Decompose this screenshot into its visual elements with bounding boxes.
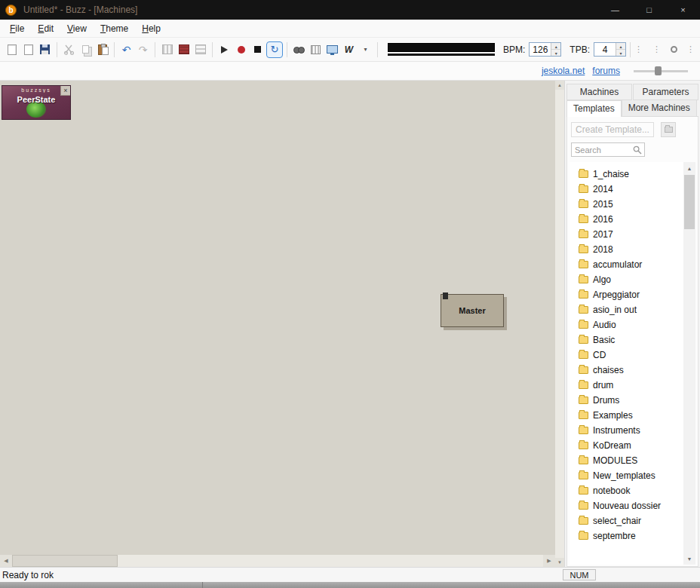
list-scroll-thumb[interactable] bbox=[684, 175, 695, 229]
tpb-up-button[interactable]: ▴ bbox=[616, 43, 625, 50]
close-button[interactable]: × bbox=[666, 0, 700, 20]
wavetable-button[interactable]: W bbox=[341, 41, 357, 58]
jeskola-net-link[interactable]: jeskola.net bbox=[542, 66, 585, 76]
maximize-button[interactable]: □ bbox=[632, 0, 666, 20]
folder-list-item[interactable]: select_chair bbox=[570, 513, 683, 528]
folder-list-item[interactable]: 2016 bbox=[570, 212, 683, 227]
folder-list-item[interactable]: Instruments bbox=[570, 423, 683, 438]
scroll-up-button[interactable]: ▲ bbox=[555, 81, 564, 90]
slider-thumb[interactable] bbox=[655, 66, 662, 75]
folder-list-item[interactable]: KoDream bbox=[570, 438, 683, 453]
folder-list-item[interactable]: accumulator bbox=[570, 257, 683, 272]
zoom-slider[interactable] bbox=[634, 66, 688, 76]
forums-link[interactable]: forums bbox=[592, 66, 620, 76]
folder-list-item[interactable]: 1_chaise bbox=[570, 167, 683, 182]
loop-range-bar[interactable] bbox=[388, 54, 495, 56]
tab-machines[interactable]: Machines bbox=[566, 84, 632, 100]
bpm-down-button[interactable]: ▾ bbox=[551, 50, 560, 56]
folder-list-item[interactable]: MODULES bbox=[570, 453, 683, 468]
menu-item[interactable]: View bbox=[60, 20, 94, 37]
folder-list-item[interactable]: Arpeggiator bbox=[570, 287, 683, 302]
menu-item[interactable]: Edit bbox=[31, 20, 60, 37]
folder-list-item[interactable]: CD bbox=[570, 348, 683, 363]
tab-more-machines[interactable]: More Machines bbox=[622, 100, 697, 117]
hscroll-thumb[interactable] bbox=[12, 555, 118, 567]
folder-list-item[interactable]: notebook bbox=[570, 483, 683, 498]
folder-list-item[interactable]: 2018 bbox=[570, 242, 683, 257]
folder-list-item[interactable]: drum bbox=[570, 378, 683, 393]
canvas-horizontal-scrollbar[interactable]: ◀ ▶ bbox=[0, 555, 555, 567]
bpm-spin-buttons: ▴ ▾ bbox=[551, 43, 560, 56]
folder-icon bbox=[579, 261, 588, 268]
folder-list-item[interactable]: 2014 bbox=[570, 182, 683, 197]
menu-item[interactable]: File bbox=[3, 20, 31, 37]
list-scroll-down-button[interactable]: ▼ bbox=[683, 553, 695, 565]
machine-canvas[interactable]: buzzsys PeerState × Master ◀ ▶ bbox=[0, 81, 555, 567]
peerstate-machine[interactable]: buzzsys PeerState × bbox=[2, 85, 71, 120]
song-position-bar[interactable] bbox=[388, 43, 495, 56]
folder-list-item[interactable]: Audio bbox=[570, 317, 683, 332]
find-machine-button[interactable] bbox=[291, 41, 307, 58]
pattern-view-button[interactable] bbox=[159, 41, 175, 58]
folder-list-item[interactable]: asio_in out bbox=[570, 302, 683, 317]
tpb-down-button[interactable]: ▾ bbox=[616, 50, 625, 56]
folder-list-item[interactable]: New_templates bbox=[570, 468, 683, 483]
master-machine[interactable]: Master bbox=[441, 294, 504, 327]
folder-list-item[interactable]: Drums bbox=[570, 393, 683, 408]
stop-button[interactable] bbox=[250, 41, 266, 58]
tab-parameters[interactable]: Parameters bbox=[633, 84, 698, 100]
search-box[interactable] bbox=[571, 142, 645, 157]
toolbar-grip-icon[interactable]: ⋮ bbox=[634, 45, 643, 54]
toolbar-grip-icon[interactable]: ⋮ bbox=[652, 45, 662, 54]
loop-button[interactable]: ↻ bbox=[266, 41, 283, 58]
folder-list-item[interactable]: chaises bbox=[570, 363, 683, 378]
list-vertical-scrollbar[interactable]: ▲ ▼ bbox=[683, 162, 695, 565]
search-row bbox=[571, 142, 695, 157]
minimize-button[interactable]: — bbox=[598, 0, 632, 20]
bpm-value[interactable]: 126 bbox=[530, 43, 551, 56]
knob-icon[interactable] bbox=[671, 46, 677, 53]
tab-templates[interactable]: Templates bbox=[566, 100, 622, 117]
menu-item[interactable]: Help bbox=[135, 20, 167, 37]
bpm-spinner[interactable]: 126 ▴ ▾ bbox=[529, 42, 561, 57]
toolbar-grip-icon[interactable]: ⋮ bbox=[686, 45, 695, 54]
toolbar-dropdown-button[interactable]: ▾ bbox=[358, 41, 373, 58]
cpu-monitor-button[interactable] bbox=[324, 41, 340, 58]
canvas-vertical-scrollbar[interactable]: ▲ ▼ bbox=[555, 81, 564, 567]
search-input[interactable] bbox=[572, 145, 629, 155]
pattern-matrix-button[interactable] bbox=[308, 41, 324, 58]
list-scroll-up-button[interactable]: ▲ bbox=[683, 162, 695, 174]
record-icon bbox=[238, 46, 245, 54]
new-file-button[interactable] bbox=[4, 41, 20, 58]
folder-list-item[interactable]: septembre bbox=[570, 528, 683, 544]
folder-list-item[interactable]: Algo bbox=[570, 272, 683, 287]
paste-button[interactable] bbox=[94, 41, 110, 58]
cut-button[interactable] bbox=[61, 41, 77, 58]
folder-list-item[interactable]: Nouveau dossier bbox=[570, 498, 683, 513]
save-button[interactable] bbox=[37, 41, 53, 58]
template-folder-button[interactable] bbox=[661, 122, 676, 137]
create-template-button[interactable]: Create Template... bbox=[571, 122, 654, 137]
scroll-down-button[interactable]: ▼ bbox=[555, 558, 564, 567]
scroll-right-button[interactable]: ▶ bbox=[543, 555, 555, 567]
folder-list-item[interactable]: 2017 bbox=[570, 227, 683, 242]
sequence-view-button[interactable] bbox=[192, 41, 208, 58]
play-button[interactable] bbox=[216, 41, 232, 58]
undo-button[interactable]: ↶ bbox=[118, 41, 134, 58]
folder-list-item[interactable]: Examples bbox=[570, 408, 683, 423]
menu-item[interactable]: Theme bbox=[94, 20, 135, 37]
hscroll-track[interactable] bbox=[12, 555, 543, 567]
seek-track[interactable] bbox=[388, 43, 495, 52]
folder-list-item[interactable]: Basic bbox=[570, 332, 683, 348]
folder-list-item[interactable]: 2015 bbox=[570, 197, 683, 212]
open-file-button[interactable] bbox=[20, 41, 36, 58]
redo-button[interactable]: ↷ bbox=[135, 41, 151, 58]
scroll-left-button[interactable]: ◀ bbox=[0, 555, 12, 567]
bpm-up-button[interactable]: ▴ bbox=[551, 43, 560, 50]
machine-canvas-inner[interactable]: buzzsys PeerState × Master bbox=[0, 81, 555, 555]
tpb-value[interactable]: 4 bbox=[594, 43, 616, 56]
copy-button[interactable] bbox=[78, 41, 94, 58]
tpb-spinner[interactable]: 4 ▴ ▾ bbox=[594, 42, 626, 57]
record-button[interactable] bbox=[233, 41, 249, 58]
machine-view-button[interactable] bbox=[176, 41, 192, 58]
